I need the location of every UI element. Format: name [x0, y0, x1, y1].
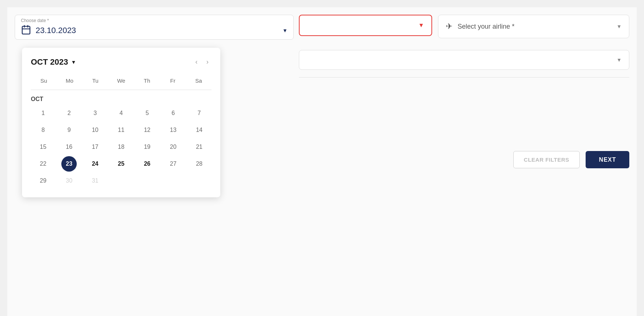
weekday-sa: Sa	[186, 76, 211, 85]
day-19[interactable]: 19	[140, 139, 155, 155]
next-month-button[interactable]: ›	[203, 57, 211, 67]
weekdays-row: Su Mo Tu We Th Fr Sa	[31, 76, 211, 90]
day-9[interactable]: 9	[61, 122, 77, 138]
month-label: OCT	[31, 96, 211, 103]
day-30[interactable]: 30	[61, 173, 77, 188]
day-28[interactable]: 28	[192, 156, 207, 172]
date-value: 23.10.2023	[36, 26, 76, 35]
airline-placeholder: Select your airline *	[457, 23, 514, 30]
day-27[interactable]: 27	[166, 156, 181, 172]
calendar-header: OCT 2023 ▼ ‹ ›	[31, 57, 211, 67]
day-26[interactable]: 26	[140, 156, 155, 172]
page-wrapper: Choose date * 23.10.2023 ▼	[7, 7, 637, 316]
weekday-tu: Tu	[83, 76, 108, 85]
weekday-th: Th	[134, 76, 160, 85]
day-25[interactable]: 25	[113, 156, 129, 172]
airline-chevron-icon: ▼	[616, 24, 622, 29]
day-20[interactable]: 20	[166, 139, 181, 155]
clear-filters-button[interactable]: CLEAR FILTERS	[513, 151, 580, 168]
day-12[interactable]: 12	[140, 122, 155, 138]
date-field-label: Choose date *	[21, 18, 287, 23]
day-4[interactable]: 4	[113, 105, 129, 121]
day-empty-4	[192, 173, 207, 188]
day-8[interactable]: 8	[35, 122, 51, 138]
red-chevron-icon: ▼	[418, 22, 424, 29]
bottom-buttons: CLEAR FILTERS NEXT	[299, 151, 629, 168]
next-button[interactable]: NEXT	[586, 151, 629, 168]
day-7[interactable]: 7	[192, 105, 207, 121]
day-29[interactable]: 29	[35, 173, 51, 188]
day-3[interactable]: 3	[87, 105, 103, 121]
month-year-label: OCT 2023	[31, 57, 68, 67]
day-11[interactable]: 11	[113, 122, 129, 138]
calendar-dropdown: OCT 2023 ▼ ‹ › Su Mo Tu We Th Fr Sa OCT	[22, 48, 220, 197]
day-empty-2	[140, 173, 155, 188]
day-10[interactable]: 10	[87, 122, 103, 138]
day-24[interactable]: 24	[87, 156, 103, 172]
day-5[interactable]: 5	[140, 105, 155, 121]
weekday-fr: Fr	[160, 76, 185, 85]
day-empty-3	[166, 173, 181, 188]
day-16[interactable]: 16	[61, 139, 77, 155]
day-17[interactable]: 17	[87, 139, 103, 155]
calendar-nav: ‹ ›	[192, 57, 211, 67]
weekday-mo: Mo	[57, 76, 82, 85]
day-15[interactable]: 15	[35, 139, 51, 155]
prev-month-button[interactable]: ‹	[192, 57, 200, 67]
airline-selector[interactable]: ✈ Select your airline * ▼	[438, 15, 629, 38]
day-21[interactable]: 21	[192, 139, 207, 155]
day-23[interactable]: 23	[61, 156, 77, 172]
airplane-icon: ✈	[446, 22, 452, 31]
red-border-dropdown[interactable]: ▼	[299, 15, 432, 36]
day-empty-1	[113, 173, 129, 188]
right-section: ▼ ✈ Select your airline * ▼ ▼ CLEAR FILT…	[299, 15, 629, 168]
additional-chevron-icon: ▼	[616, 57, 622, 63]
month-year-button[interactable]: OCT 2023 ▼	[31, 57, 76, 67]
calendar-icon	[21, 25, 31, 36]
day-1[interactable]: 1	[35, 105, 51, 121]
day-2[interactable]: 2	[61, 105, 77, 121]
weekday-we: We	[108, 76, 134, 85]
day-22[interactable]: 22	[35, 156, 51, 172]
additional-dropdown[interactable]: ▼	[299, 50, 629, 70]
day-31[interactable]: 31	[87, 173, 103, 188]
day-14[interactable]: 14	[192, 122, 207, 138]
weekday-su: Su	[31, 76, 57, 85]
date-field[interactable]: Choose date * 23.10.2023 ▼	[15, 15, 294, 40]
day-13[interactable]: 13	[166, 122, 181, 138]
divider	[299, 77, 629, 78]
month-chevron-icon: ▼	[71, 59, 76, 65]
svg-rect-0	[22, 26, 30, 34]
date-dropdown-chevron[interactable]: ▼	[282, 28, 287, 33]
airline-field-left: ✈ Select your airline *	[446, 22, 514, 31]
day-6[interactable]: 6	[166, 105, 181, 121]
days-grid: 1 2 3 4 5 6 7 8 9 10 11 12 13 14 15 16 1…	[31, 105, 211, 188]
day-18[interactable]: 18	[113, 139, 129, 155]
